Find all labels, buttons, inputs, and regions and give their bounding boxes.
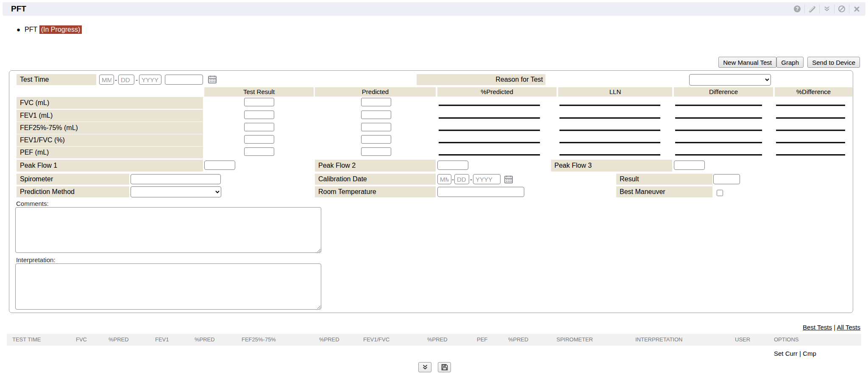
test-time-year-input[interactable] bbox=[139, 75, 161, 85]
room-temperature-label: Room Temperature bbox=[315, 186, 436, 197]
reason-for-test-label: Reason for Test bbox=[417, 74, 545, 85]
set-curr-link[interactable]: Set Curr bbox=[774, 350, 798, 357]
metric-row-fev1: FEV1 (mL) bbox=[9, 110, 853, 122]
page-title: PFT bbox=[11, 4, 26, 14]
fvc-percent-difference-line bbox=[776, 105, 845, 106]
calendar-icon[interactable] bbox=[208, 75, 217, 85]
fev1-difference-line bbox=[675, 117, 762, 119]
close-icon[interactable] bbox=[849, 2, 864, 16]
calibration-month-input[interactable] bbox=[437, 174, 451, 184]
col-fev1-fvc: FEV1/FVC bbox=[363, 334, 389, 346]
fev1-fvc-predicted-input[interactable] bbox=[361, 135, 391, 144]
col-fev1: FEV1 bbox=[155, 334, 169, 346]
svg-text:?: ? bbox=[796, 6, 798, 12]
date-separator: - bbox=[115, 76, 117, 83]
room-temperature-input[interactable] bbox=[437, 187, 524, 197]
graph-button[interactable]: Graph bbox=[776, 57, 804, 68]
book-icon[interactable] bbox=[805, 2, 819, 16]
col-fvc: FVC bbox=[76, 334, 87, 346]
pef-lln-line bbox=[559, 154, 660, 155]
new-manual-test-button[interactable]: New Manual Test bbox=[718, 57, 776, 68]
cmp-link[interactable]: Cmp bbox=[803, 350, 816, 357]
metric-row-pef: PEF (mL) bbox=[9, 147, 853, 158]
pef-difference-line bbox=[675, 154, 762, 155]
fef-percent-predicted-line bbox=[439, 130, 540, 131]
test-time-time-input[interactable] bbox=[165, 75, 203, 85]
col-pred-3: %PRED bbox=[319, 334, 339, 346]
calibration-year-input[interactable] bbox=[473, 174, 501, 184]
link-separator: | bbox=[834, 324, 835, 331]
date-separator: - bbox=[470, 176, 472, 183]
test-time-month-input[interactable] bbox=[99, 75, 114, 85]
pef-percent-difference-line bbox=[776, 154, 845, 155]
activity-status-line: ●PFT (In Progress) bbox=[17, 26, 82, 33]
column-header-percent-predicted: %Predicted bbox=[437, 87, 556, 97]
pft-page: PFT ? ●PFT (In Progress) bbox=[0, 0, 868, 374]
fev1-fvc-lln-line bbox=[559, 142, 660, 143]
fev1-fvc-percent-predicted-line bbox=[439, 142, 540, 143]
column-header-difference: Difference bbox=[674, 87, 773, 97]
date-separator: - bbox=[452, 176, 454, 183]
pef-predicted-input[interactable] bbox=[361, 147, 391, 156]
fev1-fvc-difference-line bbox=[675, 142, 762, 143]
pft-form: Test Time - - Reason for Test Test Resul… bbox=[9, 70, 853, 313]
metric-row-fvc: FVC (mL) bbox=[9, 97, 853, 109]
fef-predicted-input[interactable] bbox=[361, 123, 391, 131]
status-badge: (In Progress) bbox=[39, 25, 82, 34]
col-pred-1: %PRED bbox=[108, 334, 129, 346]
tests-filter-links: Best Tests | All Tests bbox=[803, 324, 860, 331]
fev1-test-result-input[interactable] bbox=[244, 111, 274, 119]
peak-flow-1-input[interactable] bbox=[204, 161, 235, 170]
pef-test-result-input[interactable] bbox=[244, 147, 274, 156]
fef-test-result-input[interactable] bbox=[244, 123, 274, 131]
cancel-icon[interactable] bbox=[835, 2, 849, 16]
spirometer-label: Spirometer bbox=[17, 174, 129, 185]
column-header-percent-difference: %Difference bbox=[775, 87, 852, 97]
fev1-fvc-test-result-input[interactable] bbox=[244, 135, 274, 144]
calendar-icon[interactable] bbox=[504, 175, 513, 185]
col-fef: FEF25%-75% bbox=[242, 334, 276, 346]
activity-name: PFT bbox=[25, 26, 37, 33]
metric-label: FEV1/FVC (%) bbox=[17, 134, 203, 146]
save-button[interactable] bbox=[438, 362, 451, 372]
all-tests-link[interactable]: All Tests bbox=[837, 324, 860, 331]
date-separator: - bbox=[136, 76, 138, 83]
spirometer-input[interactable] bbox=[131, 174, 221, 184]
collapse-section-button[interactable] bbox=[418, 362, 431, 372]
prediction-method-select[interactable] bbox=[131, 186, 221, 197]
reason-for-test-select[interactable] bbox=[689, 74, 771, 86]
metric-label: FVC (mL) bbox=[17, 97, 203, 109]
help-icon[interactable]: ? bbox=[790, 2, 804, 16]
interpretation-label: Interpretation: bbox=[16, 256, 56, 263]
prediction-method-label: Prediction Method bbox=[17, 186, 129, 197]
double-chevron-down-icon bbox=[422, 364, 428, 370]
fvc-test-result-input[interactable] bbox=[244, 98, 274, 106]
metric-label: FEF25%-75% (mL) bbox=[17, 122, 203, 134]
fev1-predicted-input[interactable] bbox=[361, 111, 391, 119]
result-input[interactable] bbox=[713, 174, 740, 184]
comments-textarea[interactable] bbox=[15, 207, 321, 253]
best-maneuver-checkbox[interactable] bbox=[717, 190, 723, 196]
column-header-test-result: Test Result bbox=[204, 87, 314, 97]
peak-flow-3-input[interactable] bbox=[674, 161, 705, 170]
best-tests-link[interactable]: Best Tests bbox=[803, 324, 832, 331]
collapse-icon[interactable] bbox=[820, 2, 834, 16]
fef-difference-line bbox=[675, 130, 762, 131]
fef-lln-line bbox=[559, 130, 660, 131]
results-table-header: TEST TIME FVC %PRED FEV1 %PRED FEF25%-75… bbox=[7, 334, 861, 346]
test-time-day-input[interactable] bbox=[118, 75, 134, 85]
col-test-time: TEST TIME bbox=[12, 334, 41, 346]
options-separator: | bbox=[799, 350, 801, 357]
peak-flow-2-input[interactable] bbox=[437, 161, 468, 170]
interpretation-textarea[interactable] bbox=[15, 263, 321, 310]
best-maneuver-label: Best Maneuver bbox=[616, 186, 712, 197]
column-header-predicted: Predicted bbox=[315, 87, 436, 97]
result-label: Result bbox=[616, 174, 712, 185]
window-titlebar: PFT ? bbox=[3, 2, 865, 16]
fvc-predicted-input[interactable] bbox=[361, 98, 391, 106]
comments-label: Comments: bbox=[16, 200, 49, 207]
column-header-lln: LLN bbox=[558, 87, 672, 97]
send-to-device-button[interactable]: Send to Device bbox=[807, 57, 860, 68]
peak-flow-3-label: Peak Flow 3 bbox=[551, 160, 672, 172]
calibration-day-input[interactable] bbox=[454, 174, 469, 184]
